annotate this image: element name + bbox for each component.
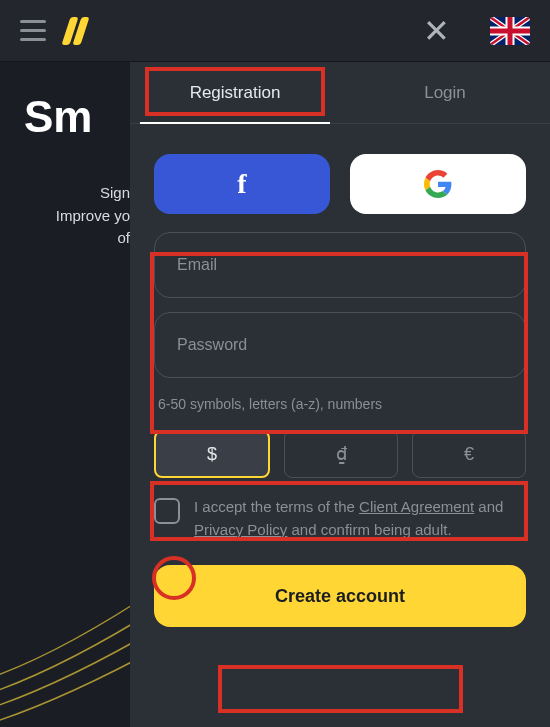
terms-text: I accept the terms of the Client Agreeme… (194, 496, 526, 541)
google-signup-button[interactable] (350, 154, 526, 214)
email-field[interactable] (154, 232, 526, 298)
facebook-icon: f (237, 168, 246, 200)
currency-vnd-button[interactable]: ₫ (284, 430, 398, 478)
app-logo (66, 17, 85, 45)
language-flag-button[interactable] (490, 17, 530, 45)
hero-text: Sign Improve yo of (24, 182, 130, 250)
social-login-row: f (154, 154, 526, 214)
hero-title: Sm (24, 92, 130, 142)
credentials-group (154, 232, 526, 378)
terms-row: I accept the terms of the Client Agreeme… (154, 496, 526, 541)
privacy-policy-link[interactable]: Privacy Policy (194, 521, 287, 538)
auth-tabs: Registration Login (130, 62, 550, 124)
google-icon (424, 170, 452, 198)
password-field[interactable] (154, 312, 526, 378)
facebook-signup-button[interactable]: f (154, 154, 330, 214)
currency-eur-button[interactable]: € (412, 430, 526, 478)
auth-modal: Registration Login f 6-50 symbols, lette… (130, 62, 550, 727)
modal-body: f 6-50 symbols, letters (a-z), numbers $… (130, 124, 550, 647)
terms-checkbox[interactable] (154, 498, 180, 524)
client-agreement-link[interactable]: Client Agreement (359, 498, 474, 515)
create-account-button[interactable]: Create account (154, 565, 526, 627)
tab-registration[interactable]: Registration (130, 62, 340, 123)
topbar-right: ✕ (423, 15, 530, 47)
close-icon[interactable]: ✕ (423, 15, 450, 47)
top-bar: ✕ (0, 0, 550, 62)
menu-icon[interactable] (20, 20, 46, 41)
topbar-left (20, 17, 85, 45)
password-hint: 6-50 symbols, letters (a-z), numbers (154, 396, 526, 412)
background-hero: Sm Sign Improve yo of (0, 62, 140, 250)
currency-selector: $ ₫ € (154, 430, 526, 478)
currency-usd-button[interactable]: $ (154, 430, 270, 478)
tab-login[interactable]: Login (340, 62, 550, 123)
